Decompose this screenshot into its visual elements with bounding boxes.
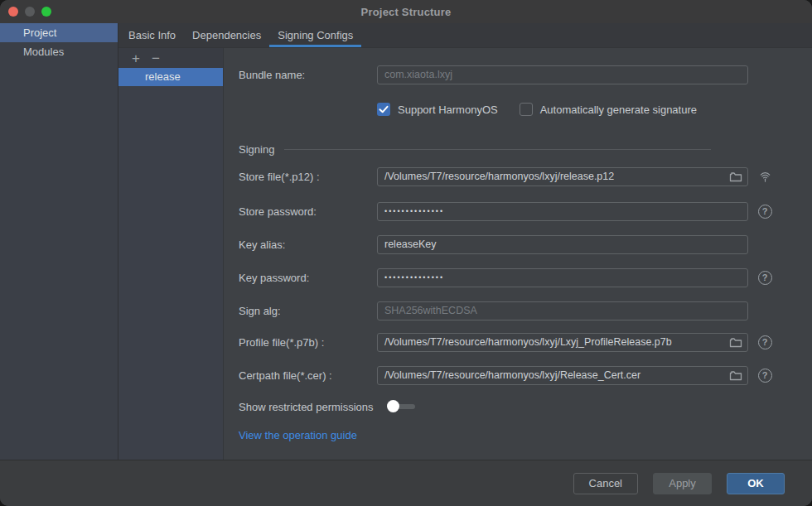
operation-guide-link[interactable]: View the operation guide [239, 429, 357, 441]
cancel-button[interactable]: Cancel [573, 473, 638, 494]
help-icon[interactable]: ? [758, 369, 772, 383]
sidebar-item-project[interactable]: Project [0, 23, 118, 42]
key-password-fieldwrap [377, 268, 748, 287]
close-icon[interactable] [8, 7, 18, 17]
tab-strip: Basic Info Dependencies Signing Configs [118, 23, 812, 48]
store-password-row: Store password: ? [239, 201, 797, 221]
project-structure-dialog: Project Structure Project Modules Basic … [0, 0, 812, 506]
zoom-icon[interactable] [41, 7, 51, 17]
guide-link-row: View the operation guide [239, 425, 797, 445]
profile-file-label: Profile file(*.p7b) : [239, 336, 377, 349]
key-password-help-slot: ? [748, 271, 781, 285]
sign-alg-label: Sign alg: [239, 305, 377, 317]
sign-alg-input [377, 301, 748, 320]
bundle-name-fieldwrap [377, 65, 748, 84]
tab-basic-info[interactable]: Basic Info [120, 23, 184, 47]
certpath-file-help-slot: ? [748, 369, 781, 383]
add-config-button[interactable]: + [128, 51, 143, 65]
key-alias-fieldwrap [377, 235, 748, 254]
title-bar: Project Structure [0, 0, 812, 23]
sign-alg-fieldwrap [377, 301, 748, 320]
folder-browse-icon[interactable] [729, 171, 742, 183]
profile-file-fieldwrap [377, 333, 748, 352]
store-password-label: Store password: [239, 205, 377, 218]
key-password-row: Key password: ? [239, 267, 797, 287]
apply-button[interactable]: Apply [653, 473, 712, 494]
bundle-name-label: Bundle name: [239, 69, 377, 81]
bundle-name-input [377, 65, 748, 84]
key-password-input[interactable] [377, 268, 748, 287]
remove-config-button[interactable]: − [148, 51, 163, 65]
fingerprint-slot [748, 169, 781, 185]
unchecked-checkbox-icon[interactable] [520, 103, 533, 116]
help-icon[interactable]: ? [758, 205, 772, 219]
certpath-file-input[interactable] [377, 366, 748, 385]
signing-section-label: Signing [239, 143, 274, 156]
auto-signature-label: Automatically generate signature [540, 104, 697, 116]
config-list-toolbar: + − [118, 48, 223, 68]
restricted-permissions-label: Show restricted permissions [239, 401, 374, 413]
support-harmonyos-label: Support HarmonyOS [398, 104, 498, 116]
restricted-permissions-toggle[interactable] [387, 400, 417, 413]
certpath-file-fieldwrap [377, 366, 748, 385]
sidebar-item-modules[interactable]: Modules [0, 42, 118, 61]
key-alias-label: Key alias: [239, 239, 377, 251]
store-password-help-slot: ? [748, 205, 781, 219]
certpath-file-row: Certpath file(*.cer) : ? [239, 365, 797, 385]
help-icon[interactable]: ? [758, 271, 772, 285]
key-alias-input[interactable] [377, 235, 748, 254]
certpath-file-label: Certpath file(*.cer) : [239, 369, 377, 382]
restricted-permissions-row: Show restricted permissions [239, 397, 797, 417]
profile-file-input[interactable] [377, 333, 748, 352]
traffic-lights [8, 0, 51, 23]
store-file-row: Store file(*.p12) : [239, 166, 797, 186]
support-harmonyos-group[interactable]: Support HarmonyOS [377, 103, 498, 116]
store-file-label: Store file(*.p12) : [239, 171, 377, 183]
bundle-name-row: Bundle name: [239, 65, 797, 84]
auto-signature-group[interactable]: Automatically generate signature [520, 103, 697, 116]
signing-section-header: Signing [239, 139, 797, 159]
help-icon[interactable]: ? [758, 335, 772, 349]
key-alias-row: Key alias: [239, 234, 797, 254]
section-divider [284, 149, 711, 150]
list-item-release[interactable]: release [118, 68, 223, 86]
store-password-input[interactable] [377, 202, 748, 221]
folder-browse-icon[interactable] [729, 336, 742, 349]
right-column: Basic Info Dependencies Signing Configs … [118, 23, 812, 460]
window-title: Project Structure [361, 6, 452, 18]
folder-browse-icon[interactable] [729, 369, 742, 382]
tab-signing-configs[interactable]: Signing Configs [269, 23, 361, 47]
checkbox-row: Support HarmonyOS Automatically generate… [377, 99, 797, 119]
signing-form: Bundle name: Support HarmonyOS [224, 48, 812, 460]
signing-config-list-panel: + − release [118, 48, 224, 460]
tab-dependencies[interactable]: Dependencies [184, 23, 269, 47]
lower-area: + − release Bundle name: [118, 48, 812, 460]
store-password-fieldwrap [377, 202, 748, 221]
fingerprint-icon[interactable] [757, 169, 773, 185]
profile-file-help-slot: ? [748, 335, 781, 349]
key-password-label: Key password: [239, 272, 377, 284]
dialog-footer: Cancel Apply OK [0, 460, 812, 506]
store-file-input[interactable] [377, 167, 748, 186]
store-file-fieldwrap [377, 167, 748, 186]
sidebar: Project Modules [0, 23, 118, 460]
profile-file-row: Profile file(*.p7b) : ? [239, 332, 797, 352]
toggle-knob-icon [387, 400, 399, 412]
dialog-body: Project Modules Basic Info Dependencies … [0, 23, 812, 460]
minimize-icon [25, 7, 35, 17]
checked-checkbox-icon[interactable] [377, 103, 390, 116]
ok-button[interactable]: OK [727, 473, 785, 494]
sign-alg-row: Sign alg: [239, 301, 797, 320]
